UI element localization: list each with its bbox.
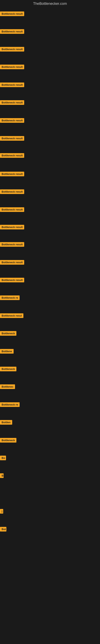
site-title: TheBottlenecker.com	[0, 0, 100, 8]
bottleneck-item-2: Bottleneck result	[0, 29, 24, 34]
bottleneck-badge-8: Bottleneck result	[0, 136, 24, 141]
bottleneck-item-4: Bottleneck result	[0, 64, 24, 70]
bottleneck-badge-25: Bottleneck	[0, 438, 16, 442]
bottleneck-item-12: Bottleneck result	[0, 207, 24, 213]
bottleneck-badge-21: Bottleneck	[0, 367, 16, 371]
bottleneck-item-20: Bottlene	[0, 349, 14, 354]
bottleneck-item-25: Bottleneck	[0, 438, 16, 443]
bottleneck-item-6: Bottleneck result	[0, 100, 24, 106]
bottleneck-item-30: Bot	[0, 527, 6, 532]
bottleneck-badge-2: Bottleneck result	[0, 29, 24, 34]
bottleneck-badge-22: Bottlenec	[0, 384, 15, 389]
bottleneck-badge-5: Bottleneck result	[0, 82, 24, 87]
bottleneck-badge-19: Bottleneck	[0, 331, 16, 336]
bottleneck-badge-15: Bottleneck result	[0, 260, 24, 265]
bottleneck-badge-30: Bot	[0, 527, 6, 532]
bottleneck-item-29: |	[0, 509, 3, 514]
bottleneck-badge-14: Bottleneck result	[0, 242, 24, 247]
bottleneck-badge-23: Bottleneck re	[0, 402, 20, 407]
bottleneck-item-7: Bottleneck result	[0, 118, 24, 124]
bottleneck-item-11: Bottleneck result	[0, 190, 24, 195]
bottleneck-badge-29: |	[0, 509, 3, 514]
bottleneck-item-23: Bottleneck re	[0, 402, 20, 408]
bottleneck-item-15: Bottleneck result	[0, 260, 24, 266]
bottleneck-item-14: Bottleneck result	[0, 242, 24, 248]
bottleneck-badge-16: Bottleneck result	[0, 278, 24, 282]
bottleneck-item-3: Bottleneck result	[0, 47, 24, 52]
bottleneck-item-27: B	[0, 473, 3, 479]
bottleneck-item-16: Bottleneck result	[0, 278, 24, 283]
bottleneck-item-21: Bottleneck	[0, 367, 16, 372]
bottleneck-badge-27: B	[0, 473, 3, 478]
bottleneck-badge-24: Bottlen	[0, 420, 12, 425]
bottleneck-badge-9: Bottleneck result	[0, 153, 24, 158]
bottleneck-badge-7: Bottleneck result	[0, 118, 24, 123]
bottleneck-item-24: Bottlen	[0, 420, 12, 426]
bottleneck-badge-3: Bottleneck result	[0, 47, 24, 52]
bottleneck-badge-13: Bottleneck result	[0, 225, 24, 230]
bottleneck-item-26: Bo	[0, 456, 6, 461]
bottleneck-badge-12: Bottleneck result	[0, 207, 24, 212]
bottleneck-badge-17: Bottleneck re	[0, 296, 20, 300]
bottleneck-item-17: Bottleneck re	[0, 296, 20, 301]
bottleneck-item-22: Bottlenec	[0, 384, 15, 390]
bottleneck-item-10: Bottleneck result	[0, 172, 24, 177]
bottleneck-item-9: Bottleneck result	[0, 153, 24, 158]
bottleneck-item-8: Bottleneck result	[0, 136, 24, 142]
bottleneck-item-18: Bottleneck resul	[0, 313, 23, 319]
bottleneck-badge-1: Bottleneck result	[0, 12, 24, 16]
bottleneck-badge-18: Bottleneck resul	[0, 313, 23, 318]
bottleneck-badge-10: Bottleneck result	[0, 172, 24, 176]
bottleneck-item-1: Bottleneck result	[0, 12, 24, 17]
bottleneck-badge-6: Bottleneck result	[0, 100, 24, 105]
bottleneck-item-19: Bottleneck	[0, 331, 16, 336]
bottleneck-badge-11: Bottleneck result	[0, 190, 24, 194]
bottleneck-badge-4: Bottleneck result	[0, 64, 24, 69]
bottleneck-item-13: Bottleneck result	[0, 225, 24, 230]
bottleneck-item-5: Bottleneck result	[0, 82, 24, 88]
bottleneck-badge-26: Bo	[0, 456, 6, 460]
bottleneck-badge-20: Bottlene	[0, 349, 14, 354]
